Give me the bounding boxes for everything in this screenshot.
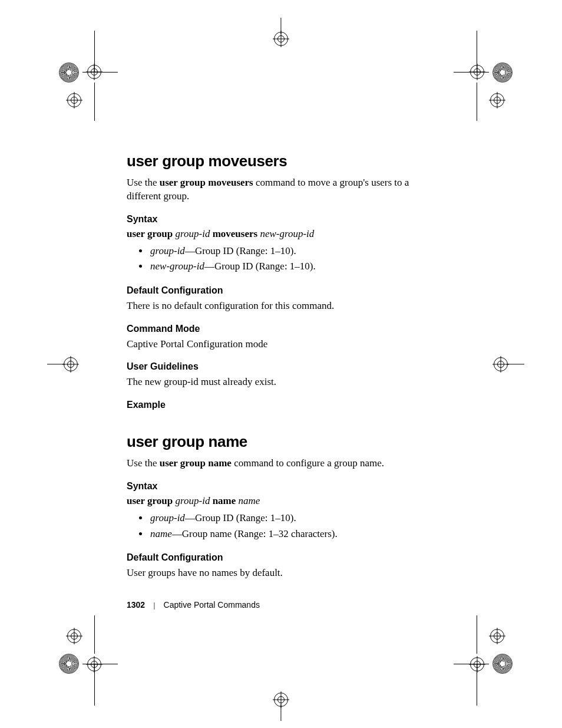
param-name: new-group-id bbox=[150, 261, 204, 272]
intro-pre-2: Use the bbox=[127, 457, 160, 469]
param-desc: —Group ID (Range: 1–10). bbox=[204, 261, 316, 272]
intro-post-2: command to configure a group name. bbox=[232, 457, 384, 469]
intro-pre-1: Use the bbox=[127, 177, 160, 188]
param-desc: —Group name (Range: 1–32 characters). bbox=[172, 528, 338, 539]
default-heading-2: Default Configuration bbox=[127, 552, 439, 563]
guidelines-text-1: The new group-id must already exist. bbox=[127, 375, 439, 389]
crop-mark-center-top bbox=[272, 18, 290, 47]
crop-mark-bottom-left bbox=[47, 623, 118, 694]
example-heading-1: Example bbox=[127, 400, 439, 410]
syntax-p1-1: user group bbox=[127, 228, 176, 239]
default-text-2: User groups have no names by default. bbox=[127, 566, 439, 580]
syntax-line-1: user group group-id moveusers new-group-… bbox=[127, 228, 439, 240]
param-name: group-id bbox=[150, 512, 185, 523]
intro-paragraph-1: Use the user group moveusers command to … bbox=[127, 176, 439, 203]
params-list-1: group-id—Group ID (Range: 1–10). new-gro… bbox=[127, 243, 439, 275]
intro-bold-2: user group name bbox=[160, 457, 232, 469]
mode-heading-1: Command Mode bbox=[127, 324, 439, 334]
syntax-p3-1: moveusers bbox=[210, 228, 260, 239]
syntax-line-2: user group group-id name name bbox=[127, 495, 439, 507]
page-number: 1302 bbox=[127, 600, 145, 610]
crop-mark-center-right bbox=[489, 355, 524, 374]
param-desc: —Group ID (Range: 1–10). bbox=[185, 245, 296, 256]
command-title-1: user group moveusers bbox=[127, 152, 439, 170]
footer-section: Captive Portal Commands bbox=[164, 600, 260, 610]
syntax-p2-1: group-id bbox=[176, 228, 210, 239]
intro-paragraph-2: Use the user group name command to confi… bbox=[127, 457, 439, 470]
param-name: name bbox=[150, 528, 172, 539]
syntax-p4-1: new-group-id bbox=[260, 228, 314, 239]
list-item: group-id—Group ID (Range: 1–10). bbox=[149, 510, 439, 526]
syntax-heading-1: Syntax bbox=[127, 214, 439, 225]
divider-icon: | bbox=[153, 601, 155, 610]
syntax-p3-2: name bbox=[210, 495, 238, 506]
crop-mark-center-bottom bbox=[272, 691, 290, 721]
crop-mark-top-right bbox=[454, 42, 524, 113]
params-list-2: group-id—Group ID (Range: 1–10). name—Gr… bbox=[127, 510, 439, 542]
page: user group moveusers Use the user group … bbox=[0, 0, 562, 728]
crop-mark-center-left bbox=[47, 355, 82, 374]
section-gap bbox=[127, 414, 439, 433]
page-footer: 1302 | Captive Portal Commands bbox=[127, 600, 439, 610]
syntax-p1-2: user group bbox=[127, 495, 176, 506]
mode-text-1: Captive Portal Configuration mode bbox=[127, 338, 439, 351]
syntax-heading-2: Syntax bbox=[127, 481, 439, 492]
syntax-p4-2: name bbox=[239, 495, 260, 506]
intro-bold-1: user group moveusers bbox=[160, 177, 253, 188]
list-item: new-group-id—Group ID (Range: 1–10). bbox=[149, 259, 439, 274]
command-title-2: user group name bbox=[127, 433, 439, 451]
list-item: name—Group name (Range: 1–32 characters)… bbox=[149, 526, 439, 542]
param-name: group-id bbox=[150, 245, 185, 256]
crop-mark-top-left bbox=[47, 42, 118, 113]
crop-mark-bottom-right bbox=[454, 623, 524, 694]
default-heading-1: Default Configuration bbox=[127, 285, 439, 296]
param-desc: —Group ID (Range: 1–10). bbox=[185, 512, 296, 523]
list-item: group-id—Group ID (Range: 1–10). bbox=[149, 243, 439, 259]
default-text-1: There is no default configuration for th… bbox=[127, 299, 439, 313]
guidelines-heading-1: User Guidelines bbox=[127, 361, 439, 372]
page-content: user group moveusers Use the user group … bbox=[127, 152, 439, 587]
syntax-p2-2: group-id bbox=[176, 495, 210, 506]
